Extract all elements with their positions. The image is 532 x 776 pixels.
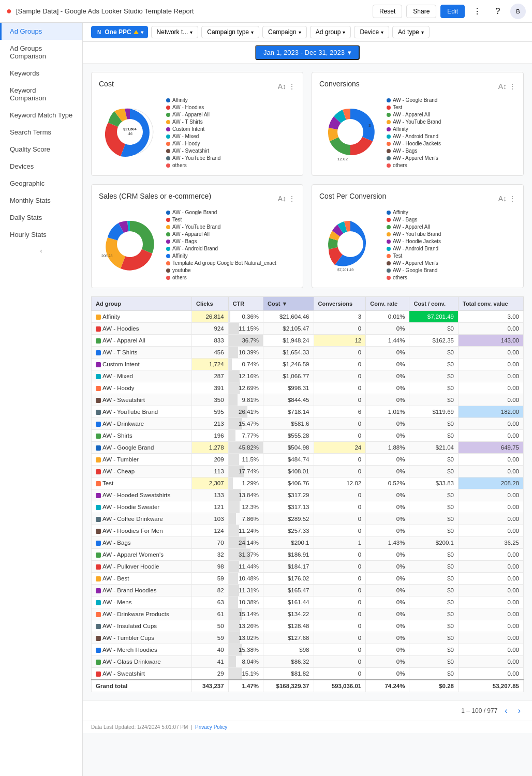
cell-ctr: 12.3% [228, 501, 263, 513]
ctr-bar-bg [229, 430, 235, 441]
privacy-policy-link[interactable]: Privacy Policy [195, 724, 227, 730]
conv-more-button[interactable]: ⋮ [509, 82, 516, 91]
cell-conversions: 12 [314, 335, 366, 347]
cell-ad-group: AW - Sweatshirt [92, 394, 192, 406]
legend-item: Affinity [166, 97, 295, 103]
date-range-value: Jan 1, 2023 - Dec 31, 2023 [263, 49, 345, 56]
cpc-more-button[interactable]: ⋮ [509, 195, 516, 203]
conv-sort-button[interactable]: A↕ [498, 82, 507, 91]
cell-ctr: 13.02% [228, 632, 263, 644]
table-row: AW - Tumbler20911.5%$484.7400%$00.00 [92, 454, 524, 466]
app-header: ● [Sample Data] - Google Ads Looker Stud… [0, 0, 532, 23]
legend-label: others [172, 275, 187, 280]
cell-ctr: 15.47% [228, 418, 263, 430]
sidebar-item-keyword-match-type[interactable]: Keyword Match Type [0, 107, 82, 124]
pagination: 1 – 100 / 977 ‹ › [83, 700, 532, 721]
svg-text:3: 3 [368, 123, 371, 128]
cell-clicks: 213 [192, 418, 229, 430]
cost-sort-button[interactable]: A↕ [278, 82, 286, 91]
sidebar-item-keyword-comparison[interactable]: Keyword Comparison [0, 82, 82, 107]
sales-sort-button[interactable]: A↕ [278, 195, 286, 203]
col-ctr[interactable]: CTR [228, 297, 263, 311]
ctr-value: 13.84% [239, 492, 259, 498]
cell-clicks: 61 [192, 608, 229, 620]
sales-more-button[interactable]: ⋮ [288, 195, 295, 203]
reset-button[interactable]: Reset [373, 5, 402, 18]
pagination-next[interactable]: › [515, 705, 524, 717]
cell-total-conv: 0.00 [458, 656, 523, 668]
legend-color-dot [166, 156, 170, 160]
cost-more-button[interactable]: ⋮ [288, 82, 295, 91]
sidebar-item-monthly-stats[interactable]: Monthly Stats [0, 192, 82, 209]
cell-cost-conv: $0 [409, 323, 459, 335]
account-button[interactable]: B [510, 4, 526, 19]
sidebar-item-ad-groups[interactable]: Ad Groups [0, 23, 82, 40]
col-total-conv[interactable]: Total conv. value [458, 297, 523, 311]
legend-color-dot [166, 225, 170, 229]
cell-ctr: 9.81% [228, 394, 263, 406]
cell-ad-group: AW - Apparel Women's [92, 549, 192, 561]
brand-filter[interactable]: N One PPC ▾ [91, 26, 148, 38]
cell-clicks: 41 [192, 656, 229, 668]
sidebar-item-quality-score[interactable]: Quality Score [0, 141, 82, 158]
device-filter[interactable]: Device ▾ [354, 26, 389, 38]
sidebar-item-search-terms[interactable]: Search Terms [0, 124, 82, 141]
sidebar-collapse-button[interactable]: ‹ [0, 243, 82, 259]
col-cost-conv[interactable]: Cost / conv. [409, 297, 459, 311]
cell-cost: $555.28 [263, 430, 314, 442]
grand-total-cost-conv: $0.28 [409, 680, 459, 692]
cell-ad-group: AW - Coffee Drinkware [92, 513, 192, 525]
cell-cost: $1,246.59 [263, 359, 314, 370]
table-row: Affinity26,8140.36%$21,604.4630.01%$7,20… [92, 311, 524, 323]
legend-label: Affinity [393, 210, 408, 215]
col-clicks[interactable]: Clicks [192, 297, 229, 311]
pagination-prev[interactable]: ‹ [501, 705, 510, 717]
legend-label: AW - Bags [172, 238, 197, 244]
cell-conversions: 0 [314, 585, 366, 596]
app-layout: Ad GroupsAd Groups ComparisonKeywordsKey… [0, 23, 532, 776]
legend-label: AW - Google Brand [393, 97, 437, 103]
cell-clicks: 70 [192, 537, 229, 549]
network-filter[interactable]: Network t... ▾ [151, 26, 199, 38]
ctr-value: 7.77% [242, 432, 259, 439]
ad-group-color-indicator [96, 600, 101, 605]
more-options-button[interactable]: ⋮ [469, 3, 485, 20]
ctr-bar-bg [229, 477, 233, 489]
ad-type-filter[interactable]: Ad type ▾ [392, 26, 430, 38]
legend-color-dot [387, 98, 391, 102]
table-row: AW - Merch Hoodies4015.38%$9800%$00.00 [92, 644, 524, 656]
date-range-filter[interactable]: Jan 1, 2023 - Dec 31, 2023 ▾ [255, 45, 360, 60]
col-conv-rate[interactable]: Conv. rate [366, 297, 409, 311]
help-button[interactable]: ? [490, 3, 506, 20]
col-ad-group[interactable]: Ad group [92, 297, 192, 311]
sidebar-item-ad-groups-comparison[interactable]: Ad Groups Comparison [0, 40, 82, 65]
share-button[interactable]: Share [406, 5, 436, 18]
sidebar-item-geographic[interactable]: Geographic [0, 175, 82, 192]
sidebar-item-daily-stats[interactable]: Daily Stats [0, 209, 82, 226]
edit-button[interactable]: Edit [440, 5, 465, 18]
sidebar-item-devices[interactable]: Devices [0, 158, 82, 175]
ctr-value: 9.81% [242, 397, 259, 403]
ad-group-filter[interactable]: Ad group ▾ [310, 26, 351, 38]
legend-item: AW - Apparel All [166, 112, 295, 117]
ad-group-color-indicator [96, 660, 101, 665]
cell-cost-conv: $21.04 [409, 442, 459, 454]
cell-clicks: 59 [192, 632, 229, 644]
cell-cost-conv: $0 [409, 573, 459, 585]
cell-conv-rate: 0% [366, 489, 409, 501]
cell-ad-group: AW - YouTube Brand [92, 406, 192, 418]
col-cost[interactable]: Cost ▼ [263, 297, 314, 311]
sidebar-item-hourly-stats[interactable]: Hourly Stats [0, 226, 82, 243]
sidebar-item-keywords[interactable]: Keywords [0, 65, 82, 82]
campaign-type-filter[interactable]: Campaign type ▾ [201, 26, 259, 38]
legend-item: others [166, 162, 295, 168]
campaign-filter[interactable]: Campaign ▾ [262, 26, 307, 38]
cpc-sort-button[interactable]: A↕ [498, 195, 507, 203]
cell-cost-conv: $0 [409, 394, 459, 406]
col-conversions[interactable]: Conversions [314, 297, 366, 311]
ad-group-color-indicator [96, 671, 101, 677]
cell-ad-group: AW - Merch Hoodies [92, 644, 192, 656]
cost-per-conv-pie-chart: $7,201.49 [319, 213, 381, 277]
legend-item: AW - Apparel All [387, 224, 516, 230]
grand-total-clicks: 343,237 [192, 680, 229, 692]
